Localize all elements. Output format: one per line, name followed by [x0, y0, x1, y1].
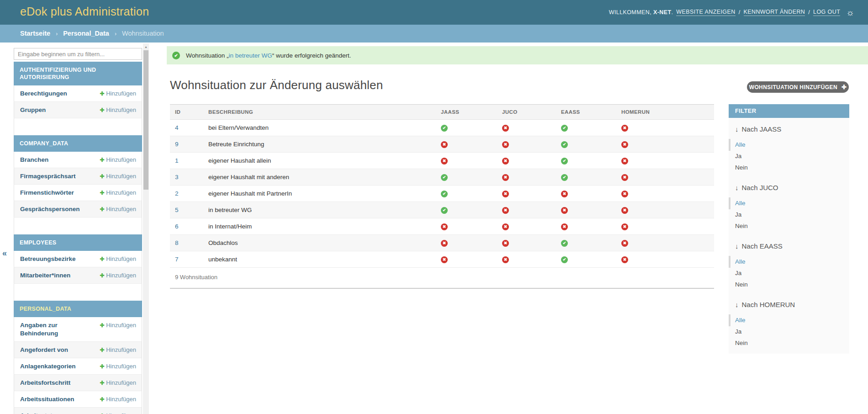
hinzufuegen-link[interactable]: ✚Hinzufügen: [100, 106, 136, 114]
filter-sort-label[interactable]: ↓Nach EAASS: [735, 242, 849, 250]
sidebar-item[interactable]: Mitarbeiter*innen✚Hinzufügen: [14, 267, 142, 284]
sidebar-item-link[interactable]: Arbeitsstatus: [20, 412, 100, 414]
sidebar-item-link[interactable]: Branchen: [20, 156, 100, 164]
theme-toggle-sun-icon[interactable]: ☼: [846, 8, 854, 17]
cell-juco: ✖: [502, 120, 561, 136]
filter-option-nein[interactable]: Nein: [735, 279, 849, 290]
filter-option-alle[interactable]: Alle: [735, 139, 849, 150]
cell-id: 2: [170, 186, 208, 202]
sidebar-item[interactable]: Gesprächspersonen✚Hinzufügen: [14, 201, 142, 218]
table-header-row: IDBESCHREIBUNGJAASSJUCOEAASSHOMERUN: [170, 105, 714, 120]
row-id-link[interactable]: 2: [175, 190, 179, 197]
row-id-link[interactable]: 7: [175, 256, 179, 263]
filter-option-nein[interactable]: Nein: [735, 220, 849, 232]
hinzufuegen-link[interactable]: ✚Hinzufügen: [100, 346, 136, 354]
cell-homerun: ✖: [621, 235, 714, 251]
sidebar-scrollbar[interactable]: ▲: [143, 43, 149, 414]
filter-option-ja[interactable]: Ja: [735, 209, 849, 220]
row-id-link[interactable]: 1: [175, 157, 179, 164]
row-id-link[interactable]: 9: [175, 141, 179, 148]
sidebar-item-link[interactable]: Betreuungsbezirke: [20, 255, 100, 263]
sidebar-item-link[interactable]: Berechtigungen: [20, 90, 100, 98]
breadcrumb-personal-data[interactable]: Personal_Data: [63, 30, 109, 37]
sidebar-item[interactable]: Branchen✚Hinzufügen: [14, 152, 142, 168]
filter-option-nein[interactable]: Nein: [735, 337, 849, 349]
scrollbar-up-arrow-icon[interactable]: ▲: [143, 43, 149, 50]
filter-sort-label[interactable]: ↓Nach JAASS: [735, 125, 849, 133]
success-message-text: Wohnsituation „in betreuter WG“ wurde er…: [186, 52, 351, 59]
hinzufuegen-link[interactable]: ✚Hinzufügen: [100, 395, 136, 403]
cross-icon: ✖: [502, 207, 509, 214]
sidebar-item-link[interactable]: Arbeitssituationen: [20, 395, 100, 403]
sidebar-item[interactable]: Angefordert von✚Hinzufügen: [14, 342, 142, 358]
sidebar-item-link[interactable]: Gesprächspersonen: [20, 205, 100, 213]
sidebar-item-link[interactable]: Firmagesprächsart: [20, 172, 100, 180]
sidebar-item-link[interactable]: Angefordert von: [20, 346, 100, 354]
filter-option-nein[interactable]: Nein: [735, 162, 849, 173]
cell-eaass: ✖: [561, 202, 621, 218]
hinzufuegen-link[interactable]: ✚Hinzufügen: [100, 90, 136, 98]
sidebar-collapse-toggle[interactable]: «: [2, 249, 7, 258]
filter-option-ja[interactable]: Ja: [735, 150, 849, 162]
cell-id: 5: [170, 202, 208, 218]
sidebar-item[interactable]: Arbeitsfortschritt✚Hinzufügen: [14, 375, 142, 391]
row-id-link[interactable]: 6: [175, 223, 179, 230]
topbar-user-area: WILLKOMMEN, X-NET. WEBSITE ANZEIGEN / KE…: [609, 0, 854, 25]
sidebar-item[interactable]: Firmenstichwörter✚Hinzufügen: [14, 185, 142, 201]
hinzufuegen-link[interactable]: ✚Hinzufügen: [100, 271, 136, 280]
sidebar-item[interactable]: Angaben zur Behinderung✚Hinzufügen: [14, 317, 142, 342]
sidebar-item[interactable]: Betreuungsbezirke✚Hinzufügen: [14, 251, 142, 267]
row-id-link[interactable]: 8: [175, 239, 179, 246]
check-icon: ✔: [561, 256, 568, 263]
plus-icon: ✚: [100, 206, 104, 212]
kennwort-aendern-link[interactable]: KENNWORT ÄNDERN: [744, 9, 805, 16]
filter-sort-label[interactable]: ↓Nach HOMERUN: [735, 301, 849, 309]
filter-sort-label[interactable]: ↓Nach JUCO: [735, 184, 849, 192]
hinzufuegen-link[interactable]: ✚Hinzufügen: [100, 172, 136, 180]
sidebar-item-link[interactable]: Mitarbeiter*innen: [20, 271, 100, 280]
cross-icon: ✖: [621, 256, 628, 263]
hinzufuegen-link[interactable]: ✚Hinzufügen: [100, 412, 136, 414]
row-id-link[interactable]: 5: [175, 207, 179, 213]
sidebar-item[interactable]: Berechtigungen✚Hinzufügen: [14, 85, 142, 102]
filter-option-alle[interactable]: Alle: [735, 314, 849, 326]
sidebar-item-link[interactable]: Anlagenkategorien: [20, 362, 100, 371]
sidebar-item[interactable]: Anlagenkategorien✚Hinzufügen: [14, 358, 142, 375]
scrollbar-thumb[interactable]: [143, 50, 148, 190]
hinzufuegen-link[interactable]: ✚Hinzufügen: [100, 205, 136, 213]
hinzufuegen-link[interactable]: ✚Hinzufügen: [100, 362, 136, 371]
sidebar-item[interactable]: Arbeitssituationen✚Hinzufügen: [14, 391, 142, 408]
cross-icon: ✖: [621, 125, 628, 132]
hinzufuegen-link[interactable]: ✚Hinzufügen: [100, 379, 136, 387]
filter-option-ja[interactable]: Ja: [735, 326, 849, 337]
breadcrumb-startseite[interactable]: Startseite: [20, 30, 50, 37]
row-id-link[interactable]: 3: [175, 174, 179, 180]
cross-icon: ✖: [561, 191, 568, 197]
website-anzeigen-link[interactable]: WEBSITE ANZEIGEN: [676, 9, 735, 16]
filter-option-alle[interactable]: Alle: [735, 256, 849, 267]
sidebar-item-link[interactable]: Gruppen: [20, 106, 100, 114]
hinzufuegen-link[interactable]: ✚Hinzufügen: [100, 189, 136, 197]
sidebar-item-link[interactable]: Firmenstichwörter: [20, 189, 100, 197]
sidebar-item-link[interactable]: Arbeitsfortschritt: [20, 379, 100, 387]
sidebar-item[interactable]: Gruppen✚Hinzufügen: [14, 102, 142, 118]
cell-homerun: ✖: [621, 120, 714, 136]
filter-option-alle[interactable]: Alle: [735, 197, 849, 209]
cross-icon: ✖: [621, 174, 628, 181]
sidebar-item[interactable]: Firmagesprächsart✚Hinzufügen: [14, 168, 142, 185]
row-id-link[interactable]: 4: [175, 124, 179, 131]
sidebar-filter-input[interactable]: [14, 48, 142, 60]
check-icon: ✔: [561, 141, 568, 148]
sidebar-item[interactable]: Arbeitsstatus✚Hinzufügen: [14, 408, 142, 414]
hinzufuegen-link[interactable]: ✚Hinzufügen: [100, 156, 136, 164]
filter-option-ja[interactable]: Ja: [735, 267, 849, 279]
cell-eaass: ✔: [561, 120, 621, 136]
logout-link[interactable]: LOG OUT: [813, 9, 840, 16]
cell-juco: ✖: [502, 202, 561, 218]
cell-eaass: ✔: [561, 251, 621, 268]
hinzufuegen-link[interactable]: ✚Hinzufügen: [100, 321, 136, 329]
hinzufuegen-link[interactable]: ✚Hinzufügen: [100, 255, 136, 263]
sidebar-item-link[interactable]: Angaben zur Behinderung: [20, 321, 100, 338]
message-wohnsituation-link[interactable]: in betreuter WG: [229, 52, 272, 59]
add-wohnsituation-button[interactable]: WOHNSITUATION HINZUFÜGEN ✚: [747, 81, 849, 93]
